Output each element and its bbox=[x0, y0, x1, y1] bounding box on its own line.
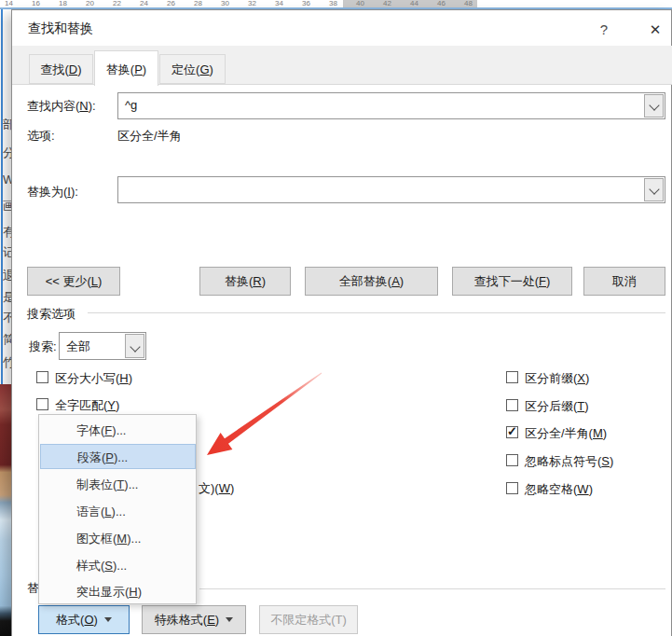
tab-strip: 查找(D) 替换(P) 定位(G) bbox=[12, 46, 672, 85]
replace-all-button[interactable]: 全部替换(A) bbox=[305, 267, 438, 296]
tab-replace[interactable]: 替换(P) bbox=[94, 50, 158, 86]
screenshot-root: 14 16 18 20 22 24 26 28 30 32 34 36 38 4… bbox=[0, 0, 672, 636]
replace-with-combobox[interactable] bbox=[117, 176, 665, 203]
ruler-number: 34 bbox=[275, 0, 283, 7]
ruler-number: 48 bbox=[464, 0, 473, 7]
tab-find[interactable]: 查找(D) bbox=[29, 54, 93, 84]
ruler-number: 46 bbox=[437, 0, 446, 7]
close-icon[interactable]: ✕ bbox=[641, 18, 669, 42]
ruler-number: 14 bbox=[5, 0, 13, 7]
replace-with-label: 替换为(I): bbox=[27, 184, 78, 200]
checkbox-box-checked bbox=[506, 426, 518, 438]
menu-item-font[interactable]: 字体(F)... bbox=[40, 418, 195, 443]
group-divider bbox=[88, 312, 665, 313]
menu-item-frame[interactable]: 图文框(M)... bbox=[40, 526, 195, 551]
find-what-label: 查找内容(N): bbox=[27, 98, 96, 115]
help-button[interactable]: ? bbox=[590, 18, 618, 42]
ruler-number: 44 bbox=[410, 0, 418, 7]
find-what-dropdown-button[interactable] bbox=[644, 94, 664, 118]
ruler-number: 18 bbox=[59, 0, 67, 7]
ruler-number: 26 bbox=[167, 0, 175, 7]
cancel-button[interactable]: 取消 bbox=[583, 267, 665, 296]
menu-item-highlight[interactable]: 突出显示(H) bbox=[40, 579, 195, 604]
checkbox-box bbox=[506, 454, 518, 466]
ruler-number: 16 bbox=[32, 0, 40, 7]
find-next-button[interactable]: 查找下一处(F) bbox=[452, 267, 572, 296]
find-what-combobox[interactable]: ^g bbox=[117, 92, 665, 119]
menu-item-language[interactable]: 语言(L)... bbox=[40, 499, 195, 524]
find-what-value: ^g bbox=[125, 98, 137, 112]
checkbox-box bbox=[36, 371, 48, 383]
replace-button[interactable]: 替换(R) bbox=[199, 267, 291, 296]
search-scope-dropdown-button[interactable] bbox=[125, 334, 144, 358]
search-scope-combobox[interactable]: 全部 bbox=[59, 332, 146, 360]
ruler-number: 20 bbox=[86, 0, 94, 7]
document-photo-fragment bbox=[0, 384, 11, 636]
dialog-title: 查找和替换 bbox=[28, 21, 93, 37]
dropdown-caret-icon bbox=[226, 617, 233, 622]
document-partial-text: 部 分 W 画 有 记 退 是 不 简 竹 bbox=[3, 9, 11, 401]
ruler-number: 22 bbox=[113, 0, 121, 7]
ruler-number: 30 bbox=[221, 0, 229, 7]
ruler-number: 36 bbox=[302, 0, 310, 7]
search-scope-label: 搜索: bbox=[29, 339, 57, 355]
find-replace-dialog: 查找和替换 ? ✕ 查找(D) 替换(P) 定位(G) 查找内容(N): ^g … bbox=[11, 9, 672, 636]
ruler-number: 38 bbox=[329, 0, 337, 7]
checkbox-box bbox=[506, 371, 518, 383]
chevron-down-icon bbox=[130, 341, 140, 352]
chevron-down-icon bbox=[649, 184, 659, 194]
special-format-button[interactable]: 特殊格式(E) bbox=[142, 605, 246, 634]
ruler-number: 42 bbox=[383, 0, 391, 7]
replace-with-dropdown-button[interactable] bbox=[644, 178, 664, 201]
menu-item-paragraph[interactable]: 段落(P)... bbox=[40, 444, 196, 469]
search-options-group-label: 搜索选项 bbox=[27, 306, 75, 323]
options-label: 选项: bbox=[27, 128, 55, 145]
format-button[interactable]: 格式(O) bbox=[38, 605, 130, 634]
ruler-number: 24 bbox=[140, 0, 148, 7]
no-format-button: 不限定格式(T) bbox=[259, 605, 358, 634]
dropdown-caret-icon bbox=[104, 617, 112, 622]
partial-checkbox-label: 文)(W) bbox=[199, 480, 234, 497]
chevron-down-icon bbox=[649, 100, 659, 110]
tab-goto[interactable]: 定位(G) bbox=[159, 54, 226, 84]
ruler-number: 28 bbox=[194, 0, 202, 7]
checkbox-box bbox=[506, 399, 518, 411]
ruler-number: 32 bbox=[248, 0, 256, 7]
group-divider bbox=[199, 588, 665, 589]
menu-item-tabs[interactable]: 制表位(T)... bbox=[40, 472, 195, 497]
document-background-strip: 部 分 W 画 有 记 退 是 不 简 竹 bbox=[0, 9, 11, 636]
format-menu: 字体(F)... 段落(P)... 制表位(T)... 语言(L)... 图文框… bbox=[38, 414, 197, 604]
search-scope-value: 全部 bbox=[66, 339, 90, 355]
menu-item-style[interactable]: 样式(S)... bbox=[40, 553, 195, 578]
checkbox-box bbox=[506, 482, 518, 494]
ruler-number: 40 bbox=[356, 0, 364, 7]
checkbox-box bbox=[36, 398, 48, 410]
options-value: 区分全/半角 bbox=[117, 128, 182, 145]
less-button[interactable]: << 更少(L) bbox=[27, 267, 120, 296]
